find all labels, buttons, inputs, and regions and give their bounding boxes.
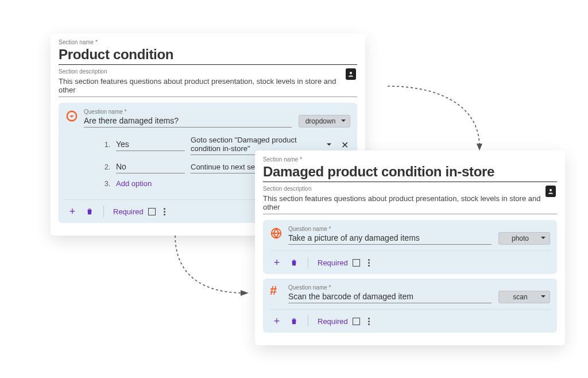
question-toolbar: + Required — [270, 250, 550, 269]
question-type-value: scan — [513, 293, 527, 301]
required-checkbox[interactable] — [353, 259, 360, 267]
add-question-button[interactable]: + — [270, 314, 284, 328]
required-checkbox[interactable] — [353, 318, 360, 325]
required-checkbox[interactable] — [148, 208, 156, 215]
svg-point-0 — [350, 72, 352, 74]
question-type-value: photo — [512, 234, 529, 242]
option-number: 3. — [102, 180, 110, 188]
section-panel-damaged-product: Section name * Damaged product condition… — [255, 151, 565, 345]
more-options-button[interactable] — [368, 318, 370, 325]
remove-option-button[interactable]: ✕ — [339, 140, 350, 151]
question-name-input[interactable]: Are there damaged items? — [84, 115, 292, 128]
delete-question-button[interactable] — [287, 256, 301, 269]
question-toolbar: + Required — [270, 309, 550, 328]
delete-question-button[interactable] — [287, 314, 301, 328]
contact-icon[interactable] — [546, 186, 556, 197]
connector-arrow-icon — [382, 80, 497, 155]
contact-icon[interactable] — [346, 68, 356, 80]
option-label-input[interactable]: No — [116, 161, 185, 173]
section-description-input[interactable]: This section features questions about pr… — [263, 192, 557, 214]
question-name-label: Question name * — [84, 109, 350, 115]
required-label: Required — [113, 207, 144, 216]
option-number: 2. — [102, 163, 110, 171]
section-description-label: Section description — [263, 186, 557, 192]
divider — [308, 315, 308, 327]
question-type-select[interactable]: scan — [498, 291, 550, 303]
section-name-label: Section name * — [263, 156, 557, 163]
photo-type-icon — [270, 227, 283, 242]
section-name-input[interactable]: Damaged product condition in-store — [263, 163, 557, 182]
caret-down-icon — [540, 234, 546, 242]
question-name-label: Question name * — [288, 284, 550, 291]
question-name-input[interactable]: Take a picture of any damaged items — [288, 232, 492, 245]
delete-question-button[interactable] — [83, 205, 96, 218]
add-question-button[interactable]: + — [65, 205, 79, 218]
option-number: 1. — [102, 141, 110, 149]
section-name-label: Section name * — [59, 39, 357, 45]
caret-down-icon — [341, 117, 346, 125]
divider — [103, 206, 104, 217]
connector-arrow-icon — [164, 230, 261, 304]
question-type-select[interactable]: dropdown — [299, 115, 350, 128]
svg-point-2 — [550, 189, 552, 191]
divider — [308, 257, 308, 268]
question-name-label: Question name * — [288, 226, 550, 232]
add-option-button[interactable]: Add option — [116, 179, 152, 188]
caret-down-icon — [540, 293, 546, 301]
required-label: Required — [318, 259, 348, 267]
dropdown-type-icon — [65, 110, 78, 125]
section-description-input[interactable]: This section features questions about pr… — [59, 75, 357, 97]
question-type-select[interactable]: photo — [498, 232, 550, 245]
question-card: # Question name * Scan the barcode of da… — [263, 279, 557, 333]
question-type-value: dropdown — [305, 117, 336, 125]
question-name-input[interactable]: Scan the barcode of damaged item — [288, 291, 492, 303]
more-options-button[interactable] — [368, 259, 370, 267]
scan-type-icon: # — [270, 286, 283, 296]
question-card: Question name * Take a picture of any da… — [263, 220, 557, 274]
more-options-button[interactable] — [164, 208, 165, 215]
required-label: Required — [318, 317, 348, 326]
option-label-input[interactable]: Yes — [116, 138, 185, 151]
section-description-label: Section description — [59, 68, 357, 75]
caret-down-icon — [326, 140, 332, 149]
section-name-input[interactable]: Product condition — [59, 45, 357, 65]
add-question-button[interactable]: + — [270, 256, 284, 269]
